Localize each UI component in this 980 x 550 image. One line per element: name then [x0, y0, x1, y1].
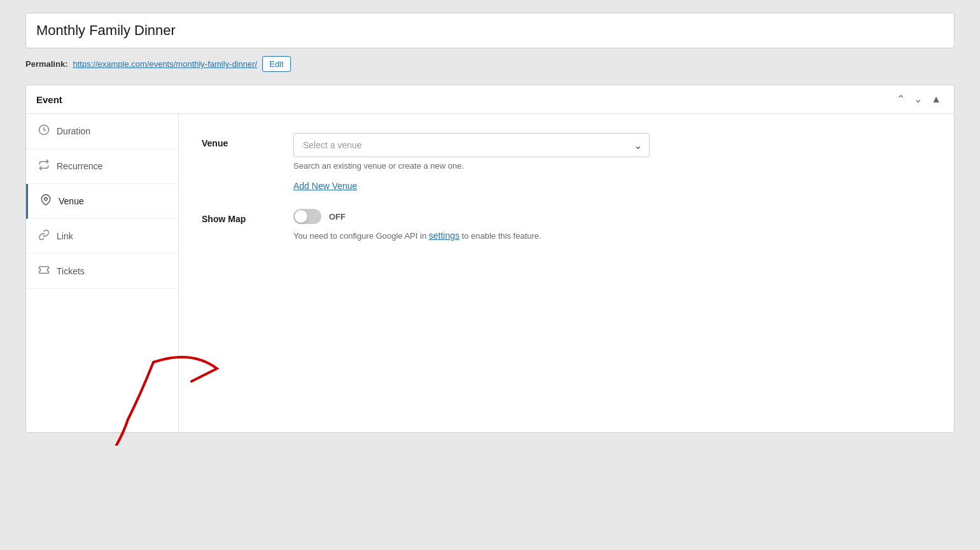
permalink-edit-button[interactable]: Edit	[262, 56, 290, 72]
settings-link[interactable]: settings	[429, 230, 459, 241]
sidebar-item-label-link: Link	[57, 231, 73, 241]
panel-up-button[interactable]: ⌃	[894, 93, 907, 106]
show-map-form-row: Show Map OFF You need to configure Googl…	[202, 209, 931, 241]
toggle-state-label: OFF	[329, 212, 346, 222]
svg-point-1	[45, 197, 48, 201]
clock-icon	[38, 124, 50, 138]
show-map-hint-text: You need to configure Google API in	[293, 231, 429, 241]
add-new-venue-link[interactable]: Add New Venue	[293, 181, 357, 191]
sidebar-item-label-duration: Duration	[57, 126, 90, 136]
toggle-wrapper: OFF	[293, 209, 931, 224]
tickets-icon	[38, 264, 50, 278]
panel-header-controls: ⌃ ⌄ ▲	[894, 93, 944, 106]
permalink-url[interactable]: https://example.com/events/monthly-famil…	[73, 59, 257, 69]
sidebar-item-label-tickets: Tickets	[57, 266, 85, 276]
show-map-hint-suffix: to enable this feature.	[459, 231, 542, 241]
permalink-bar: Permalink: https://example.com/events/mo…	[25, 56, 955, 72]
permalink-label: Permalink:	[25, 59, 67, 69]
show-map-toggle[interactable]	[293, 209, 321, 224]
event-panel-body: Duration Recurrence	[26, 114, 954, 432]
show-map-control-group: OFF You need to configure Google API in …	[293, 209, 931, 241]
sidebar-item-venue[interactable]: Venue	[26, 184, 178, 219]
main-content: Venue Select a venue ⌄ Search an existin…	[179, 114, 954, 432]
toggle-thumb	[295, 210, 307, 223]
post-title-input[interactable]: Monthly Family Dinner	[25, 13, 955, 48]
sidebar-item-label-venue: Venue	[59, 196, 84, 206]
sidebar: Duration Recurrence	[26, 114, 179, 432]
venue-form-row: Venue Select a venue ⌄ Search an existin…	[202, 133, 931, 191]
venue-pin-icon	[39, 194, 52, 208]
venue-select-wrapper: Select a venue ⌄	[293, 133, 650, 157]
sidebar-item-duration[interactable]: Duration	[26, 114, 178, 149]
show-map-hint: You need to configure Google API in sett…	[293, 230, 931, 241]
venue-select[interactable]: Select a venue	[293, 133, 650, 157]
event-panel: Event ⌃ ⌄ ▲ Duration	[25, 85, 955, 433]
show-map-label: Show Map	[202, 209, 278, 224]
recurrence-icon	[38, 159, 50, 173]
page-wrapper: Monthly Family Dinner Permalink: https:/…	[25, 13, 955, 433]
panel-collapse-button[interactable]: ▲	[928, 93, 944, 106]
panel-down-button[interactable]: ⌄	[911, 93, 925, 106]
venue-label: Venue	[202, 133, 278, 148]
sidebar-item-tickets[interactable]: Tickets	[26, 254, 178, 289]
link-icon	[38, 229, 50, 243]
sidebar-item-label-recurrence: Recurrence	[57, 161, 102, 171]
venue-hint: Search an existing venue or create a new…	[293, 161, 931, 171]
event-panel-title: Event	[36, 94, 62, 105]
sidebar-item-recurrence[interactable]: Recurrence	[26, 149, 178, 184]
event-panel-header: Event ⌃ ⌄ ▲	[26, 85, 954, 114]
venue-control-group: Select a venue ⌄ Search an existing venu…	[293, 133, 931, 191]
sidebar-item-link[interactable]: Link	[26, 219, 178, 254]
